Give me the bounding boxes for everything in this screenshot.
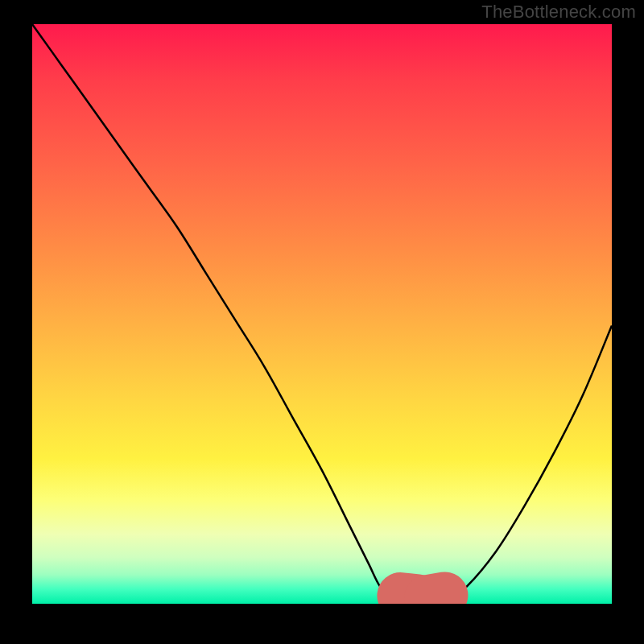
- marker-dash: [427, 595, 445, 598]
- watermark-text: TheBottleneck.com: [481, 2, 636, 23]
- marker-group: [383, 584, 460, 598]
- plot-area: [32, 24, 612, 604]
- chart-frame: TheBottleneck.com: [0, 0, 644, 644]
- bottleneck-curve-path: [32, 24, 612, 604]
- curve-svg: [32, 24, 612, 604]
